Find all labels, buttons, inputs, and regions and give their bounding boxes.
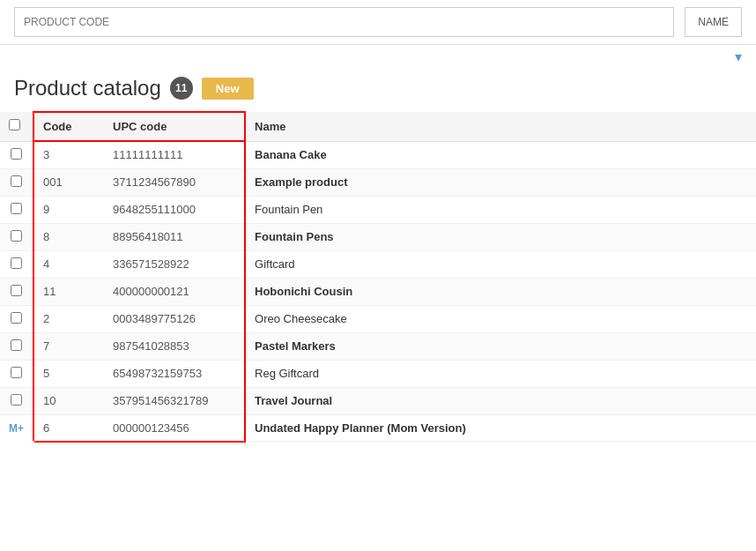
row-checkbox[interactable]	[11, 339, 22, 351]
row-checkbox[interactable]	[11, 175, 22, 187]
product-code-search[interactable]	[14, 7, 674, 37]
table-row: M+6000000123456Undated Happy Planner (Mo…	[0, 414, 756, 442]
row-code: 6	[33, 414, 104, 442]
row-name: Example product	[245, 168, 756, 196]
row-checkbox-cell	[0, 332, 33, 360]
table-row: 311111111111Banana Cake	[0, 141, 756, 168]
table-row: 20003489775126Oreo Cheesecake	[0, 305, 756, 332]
row-upc: 000000123456	[104, 414, 245, 442]
row-checkbox-cell	[0, 387, 33, 414]
row-checkbox-cell	[0, 196, 33, 223]
row-checkbox-cell: M+	[0, 414, 33, 442]
table-row: 888956418011Fountain Pens	[0, 223, 756, 250]
table-row: 7987541028853Pastel Markers	[0, 332, 756, 360]
row-code: 4	[33, 250, 104, 278]
row-name: Undated Happy Planner (Mom Version)	[245, 414, 756, 442]
row-checkbox[interactable]	[11, 203, 22, 214]
row-code: 2	[33, 305, 104, 332]
row-upc: 88956418011	[104, 223, 245, 250]
product-table: Code UPC code Name 311111111111Banana Ca…	[0, 111, 756, 443]
table-row: 11400000000121Hobonichi Cousin	[0, 278, 756, 305]
select-all-checkbox[interactable]	[9, 119, 20, 130]
row-name: Travel Journal	[245, 387, 756, 414]
row-name: Pastel Markers	[245, 332, 756, 360]
m-plus-label: M+	[9, 422, 24, 435]
row-checkbox[interactable]	[11, 148, 22, 160]
row-checkbox-cell	[0, 223, 33, 250]
col-header-checkbox[interactable]	[0, 112, 33, 141]
table-header-row: Code UPC code Name	[0, 112, 756, 141]
new-button[interactable]: New	[202, 78, 254, 100]
table-row: 10357951456321789Travel Journal	[0, 387, 756, 414]
col-header-name: Name	[245, 112, 756, 141]
row-name: Oreo Cheesecake	[245, 305, 756, 332]
row-code: 3	[33, 141, 104, 168]
row-checkbox[interactable]	[11, 394, 22, 406]
row-upc: 400000000121	[104, 278, 245, 305]
row-name: Giftcard	[245, 250, 756, 278]
row-checkbox-cell	[0, 141, 33, 168]
row-checkbox[interactable]	[11, 230, 22, 242]
row-checkbox[interactable]	[11, 285, 22, 296]
row-upc: 336571528922	[104, 250, 245, 278]
page-header: Product catalog 11 New	[0, 69, 756, 111]
row-code: 9	[33, 196, 104, 223]
row-name: Banana Cake	[245, 141, 756, 168]
col-header-upc: UPC code	[104, 112, 245, 141]
table-row: 99648255111000Fountain Pen	[0, 196, 756, 223]
chevron-area[interactable]: ▾	[0, 45, 756, 69]
row-checkbox-cell	[0, 305, 33, 332]
row-code: 5	[33, 360, 104, 387]
page-title: Product catalog	[14, 76, 161, 101]
row-checkbox-cell	[0, 360, 33, 387]
table-row: 4336571528922Giftcard	[0, 250, 756, 278]
row-code: 001	[33, 168, 104, 196]
row-code: 11	[33, 278, 104, 305]
row-upc: 0003489775126	[104, 305, 245, 332]
chevron-down-icon: ▾	[735, 49, 742, 64]
table-row: 565498732159753Reg Giftcard	[0, 360, 756, 387]
row-checkbox-cell	[0, 168, 33, 196]
row-upc: 987541028853	[104, 332, 245, 360]
row-upc: 3711234567890	[104, 168, 245, 196]
row-upc: 11111111111	[104, 141, 245, 168]
row-name: Fountain Pen	[245, 196, 756, 223]
row-name: Hobonichi Cousin	[245, 278, 756, 305]
row-checkbox-cell	[0, 278, 33, 305]
row-code: 7	[33, 332, 104, 360]
name-button[interactable]: NAME	[685, 7, 742, 37]
row-checkbox[interactable]	[11, 312, 22, 324]
row-upc: 65498732159753	[104, 360, 245, 387]
row-checkbox[interactable]	[11, 367, 22, 378]
table-wrapper: Code UPC code Name 311111111111Banana Ca…	[0, 111, 756, 443]
row-name: Fountain Pens	[245, 223, 756, 250]
row-code: 8	[33, 223, 104, 250]
row-code: 10	[33, 387, 104, 414]
row-upc: 357951456321789	[104, 387, 245, 414]
col-header-code: Code	[33, 112, 104, 141]
row-name: Reg Giftcard	[245, 360, 756, 387]
top-bar: NAME	[0, 0, 756, 45]
table-row: 0013711234567890Example product	[0, 168, 756, 196]
row-checkbox-cell	[0, 250, 33, 278]
row-upc: 9648255111000	[104, 196, 245, 223]
row-checkbox[interactable]	[11, 257, 22, 269]
count-badge: 11	[170, 77, 193, 100]
